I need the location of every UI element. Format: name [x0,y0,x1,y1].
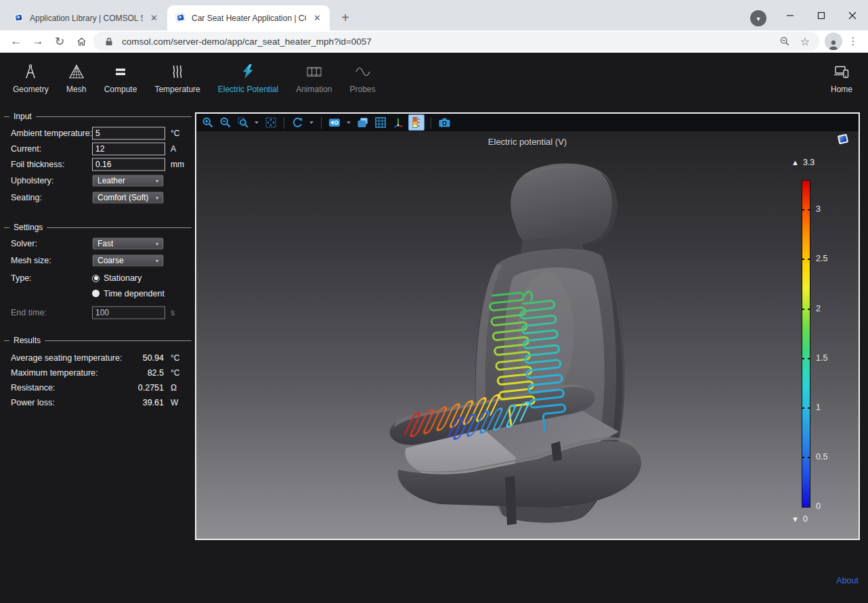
zoom-box-dropdown-icon[interactable] [253,116,260,130]
lock-icon [102,34,116,49]
settings-section-title: Settings [14,223,43,232]
color-legend-toggle-button[interactable] [408,114,425,131]
legend-tick-label: 1.5 [816,353,827,363]
plot-title: Electric potential (V) [196,137,859,147]
screenshot-camera-icon[interactable] [437,116,452,130]
stationary-radio[interactable] [92,275,100,282]
axis-orientation-icon[interactable] [391,116,405,130]
legend-min-marker: ▼ 0 [791,514,808,524]
home-nav-button[interactable] [72,32,91,51]
foil-thickness-input[interactable] [92,158,165,171]
legend-min-value: 0 [803,514,808,524]
sidebar: Input Ambient temperature: °C Current: A… [0,103,195,603]
tab-car-seat-heater[interactable]: Car Seat Heater Application | CO ✕ [167,5,330,30]
legend-tick-label: 2.5 [816,254,827,263]
current-input[interactable] [92,142,165,155]
app-toolbar: Geometry Mesh Compute [0,53,868,103]
result-maximum-temperature: Maximum temperature: 82.5 °C [0,365,195,380]
reload-button[interactable]: ↻ [50,32,69,51]
new-tab-button[interactable]: + [336,8,355,27]
field-seating: Seating: Comfort (Soft) ▾ [0,189,195,206]
scene-light-dropdown-icon[interactable] [345,116,352,130]
toolbar-item-geometry[interactable]: Geometry [4,54,58,102]
animation-film-icon [304,62,324,81]
about-link[interactable]: About [836,576,859,585]
url-text: comsol.com/server-demo/app/car_seat_heat… [122,37,772,47]
time-dependent-radio[interactable] [92,290,100,297]
toolbar-item-electric-potential[interactable]: Electric Potential [209,54,287,102]
zoom-in-icon[interactable] [200,116,215,130]
upholstery-select[interactable]: Leather ▾ [92,174,164,187]
back-button[interactable]: ← [7,32,26,51]
field-type-time-dependent: Time dependent [0,286,195,300]
tab-close-icon[interactable]: ✕ [311,12,323,24]
field-foil-thickness: Foil thickness: mm [0,156,195,172]
window-close-button[interactable] [837,0,868,30]
tab-search-button[interactable]: ▾ [750,10,766,26]
legend-tick-label: 0.5 [816,452,827,462]
comsol-favicon-icon [175,13,186,23]
tab-application-library[interactable]: Application Library | COMSOL Se ✕ [5,5,167,30]
legend-max-value: 3.3 [803,158,815,167]
toolbar-item-probes[interactable]: Probes [341,54,385,102]
legend-tick [802,358,810,359]
zoom-extents-icon[interactable] [263,116,278,130]
chevron-down-icon: ▾ [156,257,158,263]
toolbar-item-mesh[interactable]: Mesh [58,54,95,102]
results-section-title: Results [14,336,41,345]
toolbar-item-animation[interactable]: Animation [287,54,341,102]
input-section-title: Input [14,112,32,121]
toolbar-item-compute[interactable]: Compute [95,54,146,102]
comsol-app: Geometry Mesh Compute [0,53,868,603]
legend-tick [802,457,810,458]
mesh-triangle-icon [66,62,87,81]
bookmark-star-icon[interactable]: ☆ [798,34,812,49]
reset-view-icon[interactable] [290,116,305,130]
tab-title: Application Library | COMSOL Se [30,14,143,23]
chevron-down-icon: ▾ [156,194,158,200]
triangle-down-icon: ▼ [791,515,799,523]
legend-tick-label: 0 [816,501,821,511]
result-resistance: Resistance: 0.2751 Ω [0,380,195,395]
forward-button[interactable]: → [28,32,47,51]
tab-close-icon[interactable]: ✕ [148,12,160,24]
legend-tick [802,407,810,409]
field-type-stationary: Type: Stationary [0,270,195,286]
solver-select[interactable]: Fast ▾ [92,237,164,250]
settings-section-header: Settings [4,222,192,233]
legend-max-marker: ▲ 3.3 [791,158,815,167]
result-power-loss: Power loss: 39.61 W [0,395,195,410]
mesh-size-select[interactable]: Coarse ▾ [92,254,164,267]
window-maximize-button[interactable] [806,0,837,30]
environment-reflections-icon[interactable] [355,116,370,130]
results-section-header: Results [4,335,192,346]
profile-avatar[interactable] [825,32,842,50]
temperature-waves-icon [167,62,188,81]
toolbar-item-temperature[interactable]: Temperature [146,54,209,102]
zoom-out-icon[interactable] [218,116,232,130]
seating-select[interactable]: Comfort (Soft) ▾ [92,191,164,204]
plot-canvas[interactable]: Electric potential (V) ▲ 3.3 3 2.5 2 1.5… [196,131,859,539]
scene-light-icon[interactable] [328,116,342,130]
legend-tick [802,259,810,260]
electric-potential-bolt-icon [238,62,258,81]
legend-tick [802,309,810,310]
result-average-seating-temperature: Average seating temperature: 50.94 °C [0,351,195,365]
field-end-time: End time: s [0,305,195,320]
reset-view-dropdown-icon[interactable] [308,116,315,130]
chevron-down-icon: ▾ [156,177,158,183]
zoom-level-icon[interactable] [777,34,792,49]
comsol-favicon-icon [14,13,24,23]
car-seat-3d-view[interactable] [196,131,859,539]
ambient-temperature-input[interactable] [92,127,165,139]
compute-equals-icon [110,62,131,81]
grid-icon[interactable] [373,116,387,130]
toolbar-item-home[interactable]: Home [822,54,861,102]
address-bar[interactable]: comsol.com/server-demo/app/car_seat_heat… [93,32,819,51]
window-minimize-button[interactable] [775,0,806,30]
zoom-box-icon[interactable] [236,116,250,130]
legend-tick-label: 1 [816,403,821,412]
toolbar-separator [284,117,284,129]
geometry-compass-icon [20,62,41,81]
browser-menu-icon[interactable]: ⋮ [845,32,861,51]
